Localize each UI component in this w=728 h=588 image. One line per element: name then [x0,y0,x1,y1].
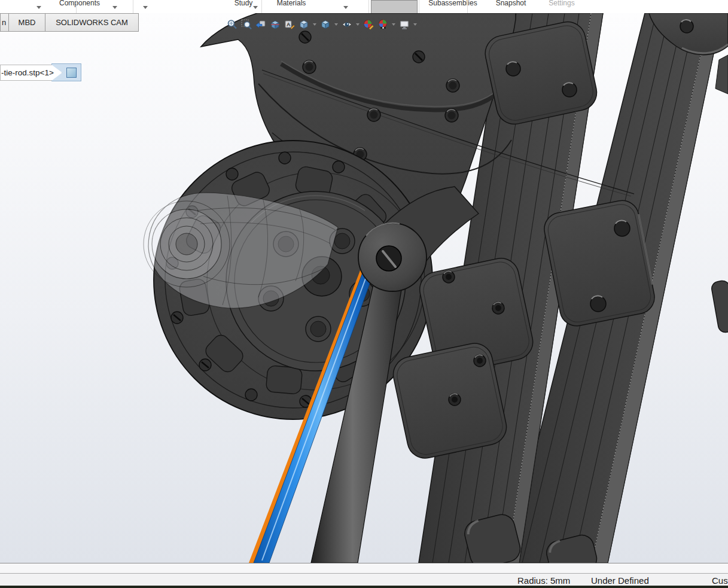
status-gap-strip [0,563,728,573]
flyout-arrow-icon[interactable] [253,6,258,9]
view-settings-flyout-arrow[interactable] [413,23,417,26]
ribbon-separator [76,0,77,13]
zoom-to-fit-icon[interactable] [226,19,238,31]
display-style-icon[interactable] [319,19,331,31]
ribbon-group-components[interactable]: Components [59,0,100,7]
tab-solidworks-cam[interactable]: SOLIDWORKS CAM [45,13,139,32]
bottom-edge-strip [0,586,728,588]
commandmanager-tabs: n MBD SOLIDWORKS CAM [0,13,139,33]
ribbon-separator [419,0,419,13]
flyout-arrow-icon[interactable] [343,6,348,9]
ribbon-pressed-button[interactable] [371,0,418,13]
edit-appearance-icon[interactable] [363,19,374,31]
annotation-views-icon[interactable]: A [284,19,296,31]
zoom-to-area-icon[interactable] [240,19,252,31]
status-constraint-state: Under Defined [591,575,649,586]
tab-mbd[interactable]: MBD [8,13,45,32]
view-orientation-flyout-arrow[interactable] [313,23,316,26]
ribbon-separator [368,0,369,13]
apply-scene-icon[interactable] [377,19,389,31]
breadcrumb-label-tag[interactable]: -tie-rod.stp<1> [0,65,62,81]
svg-text:A: A [287,22,291,28]
graphics-area[interactable] [0,13,728,563]
ribbon-group-settings: Settings [549,0,574,7]
mount-plate-lower[interactable] [390,340,510,461]
component-icon [66,68,77,78]
status-bar: Radius: 5mm Under Defined Custom [0,573,728,586]
ribbon-separator [467,0,468,13]
section-view-icon[interactable] [269,19,281,31]
status-radius: Radius: 5mm [517,575,570,586]
flyout-arrow-icon[interactable] [143,6,148,9]
breadcrumb-label: -tie-rod.stp<1> [1,68,54,77]
hide-show-items-icon[interactable] [341,19,353,31]
ribbon-strip: Components Study Materials Subassemblies… [0,0,728,13]
ribbon-group-subassemblies[interactable]: Subassemblies [428,0,477,7]
tie-rod-hub[interactable] [358,223,427,291]
tab-partial[interactable]: n [0,13,9,32]
previous-view-icon[interactable] [255,19,267,31]
flyout-arrow-icon[interactable] [36,6,41,9]
solidworks-window: { "app": "SOLIDWORKS", "ribbon": { "grou… [0,0,728,588]
hide-show-flyout-arrow[interactable] [356,23,360,26]
apply-scene-flyout-arrow[interactable] [392,23,395,26]
ribbon-separator [133,0,133,13]
ribbon-group-snapshot[interactable]: Snapshot [496,0,526,7]
ribbon-group-materials[interactable]: Materials [277,0,306,7]
view-orientation-icon[interactable] [298,19,310,31]
status-units[interactable]: Custom [712,575,728,586]
ribbon-separator [261,0,262,13]
display-style-flyout-arrow[interactable] [334,23,338,26]
flyout-arrow-icon[interactable] [112,6,117,9]
view-settings-icon[interactable] [398,19,410,31]
ribbon-group-study[interactable]: Study [234,0,253,7]
heads-up-view-toolbar: A [226,17,418,32]
